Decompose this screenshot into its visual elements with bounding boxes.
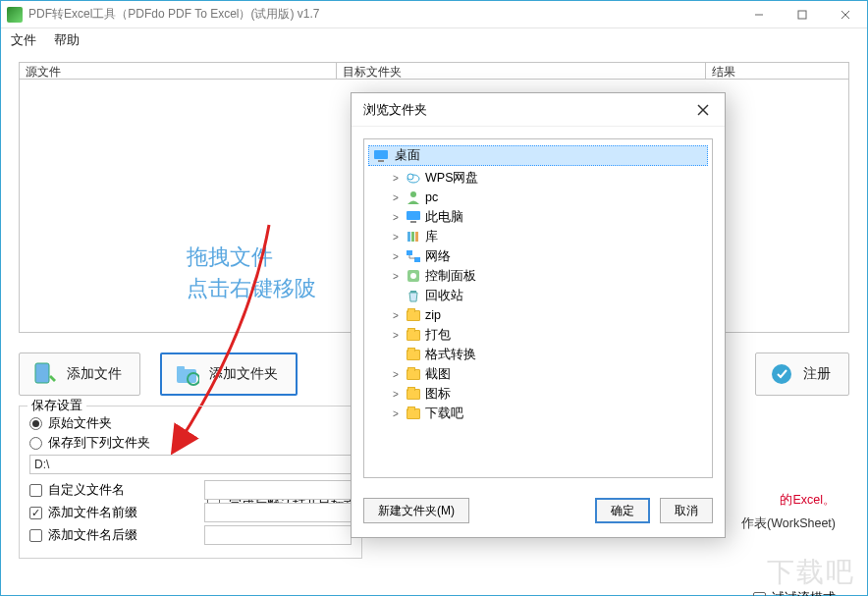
save-legend: 保存设置 [27,398,86,414]
svg-rect-18 [407,232,410,242]
col-result: 结果 [706,63,848,79]
save-path-input[interactable]: D:\ [29,455,353,474]
tree-node[interactable]: >WPS网盘 [368,168,708,188]
tree-node[interactable]: 格式转换 [368,345,708,364]
app-icon [7,7,23,23]
svg-rect-16 [407,211,420,220]
try-stream-checkbox[interactable] [753,592,766,596]
prefix-checkbox[interactable] [29,507,42,519]
svg-rect-4 [35,363,49,383]
add-file-button[interactable]: 添加文件 [19,352,140,396]
tree-node[interactable]: >库 [368,227,708,246]
window-title: PDF转Excel工具（PDFdo PDF To Excel）(试用版) v1.… [28,6,737,23]
cloud-icon [406,170,421,186]
tree-selected-desktop[interactable]: 桌面 [368,145,708,166]
svg-point-24 [410,273,416,279]
prefix-label: 添加文件名前缀 [48,505,137,521]
recycle-icon [406,288,421,303]
dialog-title: 浏览文件夹 [363,101,427,119]
tree-node-label: 回收站 [425,288,463,304]
app-window: PDF转Excel工具（PDFdo PDF To Excel）(试用版) v1.… [0,0,868,596]
tree-node-label: 控制面板 [425,268,476,285]
tree-node[interactable]: >此电脑 [368,207,708,227]
suffix-label: 添加文件名后缀 [48,527,137,544]
register-label: 注册 [803,365,831,383]
browse-folder-dialog: 浏览文件夹 桌面 >WPS网盘>pc>此电脑>库>网络>控制面板回收站>zip>… [351,92,726,538]
expand-toggle[interactable]: > [390,212,402,223]
folder-icon [406,307,421,323]
register-icon [770,361,793,387]
new-folder-button[interactable]: 新建文件夹(M) [363,498,469,523]
svg-rect-21 [407,250,412,255]
register-button[interactable]: 注册 [755,352,849,396]
folder-tree[interactable]: 桌面 >WPS网盘>pc>此电脑>库>网络>控制面板回收站>zip>打包格式转换… [363,138,713,478]
col-source: 源文件 [20,63,337,79]
user-icon [406,190,421,205]
net-icon [406,248,421,264]
watermark: 下载吧 [767,554,855,591]
svg-rect-11 [374,150,388,159]
titlebar: PDF转Excel工具（PDFdo PDF To Excel）(试用版) v1.… [1,1,867,28]
expand-toggle[interactable]: > [390,173,402,184]
folder-icon [406,327,421,343]
expand-toggle[interactable]: > [390,232,402,243]
expand-toggle[interactable]: > [390,369,402,380]
svg-rect-19 [411,232,414,242]
dialog-close-button[interactable] [693,100,713,120]
menu-help[interactable]: 帮助 [54,32,80,49]
tree-node[interactable]: >pc [368,188,708,207]
tree-node[interactable]: >控制面板 [368,266,708,286]
prefix-input[interactable] [204,503,352,522]
svg-rect-20 [415,232,418,242]
svg-rect-17 [410,221,416,223]
close-button[interactable] [824,1,867,28]
expand-toggle[interactable]: > [390,192,402,203]
tree-node-label: 库 [425,229,438,245]
tree-node[interactable]: >zip [368,305,708,325]
folder-icon [406,386,421,402]
tree-node-label: 下载吧 [425,406,463,422]
menubar: 文件 帮助 [1,28,867,52]
info-partial-red: 的Excel。 [780,492,836,509]
expand-toggle[interactable]: > [390,330,402,341]
folder-icon [406,366,421,382]
menu-file[interactable]: 文件 [11,32,36,49]
expand-toggle[interactable]: > [390,251,402,262]
lib-icon [406,229,421,244]
suffix-input[interactable] [204,525,352,545]
svg-rect-25 [410,291,416,293]
save-settings-group: 保存设置 原始文件夹 保存到下列文件夹 D:\ 自定义文件名 添加文件名前缀 [19,406,362,559]
tree-node-label: 打包 [425,327,451,344]
grid-header: 源文件 目标文件夹 结果 [19,62,849,80]
tree-node[interactable]: >图标 [368,384,708,404]
svg-point-8 [772,364,791,384]
radio-original-folder[interactable] [29,417,42,430]
svg-rect-12 [378,160,384,162]
tree-node[interactable]: >截图 [368,364,708,384]
tree-node[interactable]: >打包 [368,325,708,345]
expand-toggle[interactable]: > [390,310,402,321]
add-file-label: 添加文件 [67,365,122,383]
expand-toggle[interactable]: > [390,389,402,400]
tree-node[interactable]: 回收站 [368,286,708,305]
folder-icon [406,347,421,362]
tree-node[interactable]: >下载吧 [368,404,708,423]
radio-target-folder[interactable] [29,437,42,450]
maximize-button[interactable] [781,1,824,28]
cancel-button[interactable]: 取消 [660,498,713,523]
radio-original-label: 原始文件夹 [48,415,112,432]
tree-node-label: 截图 [425,366,451,383]
tree-node[interactable]: >网络 [368,246,708,266]
custom-name-checkbox[interactable] [29,484,42,497]
folder-icon [406,406,421,421]
custom-name-input[interactable] [204,480,352,500]
pc-icon [406,209,421,225]
minimize-button[interactable] [737,1,781,28]
expand-toggle[interactable]: > [390,271,402,282]
ok-button[interactable]: 确定 [595,498,650,523]
add-file-icon [33,361,57,387]
tree-node-label: WPS网盘 [425,170,478,187]
suffix-checkbox[interactable] [29,529,42,542]
expand-toggle[interactable]: > [390,408,402,419]
tree-node-label: pc [425,190,438,204]
